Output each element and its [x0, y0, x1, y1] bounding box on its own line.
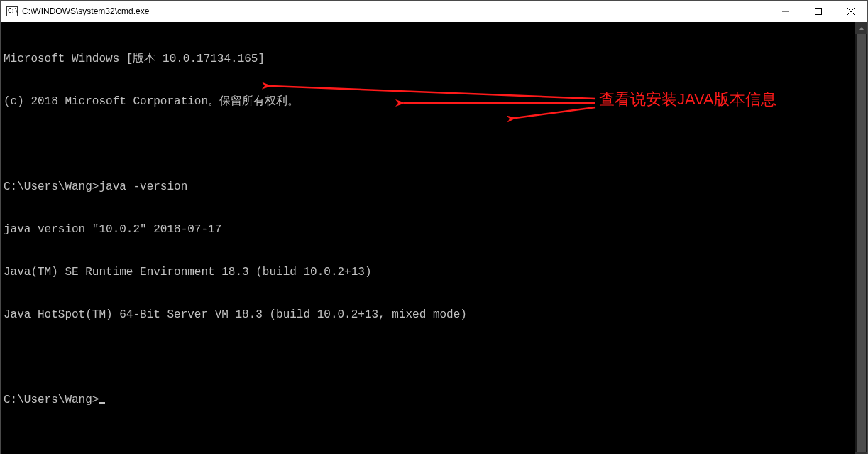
scroll-track[interactable]: [855, 34, 867, 452]
output-line: java version "10.0.2" 2018-07-17: [4, 222, 855, 237]
chevron-up-icon: [859, 26, 864, 31]
cursor: [99, 402, 105, 404]
annotation-arrow: [1, 22, 857, 454]
close-icon: [847, 8, 855, 15]
output-line: C:\Users\Wang>java -version: [4, 180, 855, 194]
output-line: (c) 2018 Microsoft Corporation。保留所有权利。: [4, 94, 855, 109]
close-button[interactable]: [835, 1, 867, 22]
prompt-text: C:\Users\Wang>: [4, 394, 99, 406]
output-line: Java HotSpot(TM) 64-Bit Server VM 18.3 (…: [4, 308, 855, 322]
vertical-scrollbar[interactable]: [855, 22, 867, 454]
annotation-layer: 查看说安装JAVA版本信息: [1, 22, 855, 454]
output-line: [4, 137, 855, 151]
maximize-icon: [815, 8, 822, 15]
window-title: C:\WINDOWS\system32\cmd.exe: [22, 6, 149, 16]
client-area: Microsoft Windows [版本 10.0.17134.165] (c…: [1, 22, 867, 454]
svg-line-6: [515, 107, 595, 118]
scroll-up-button[interactable]: [855, 22, 867, 34]
output-line: [4, 350, 855, 364]
cmd-window: C:\ C:\WINDOWS\system32\cmd.exe Microsof…: [0, 0, 868, 454]
minimize-icon: [782, 8, 789, 15]
cmd-icon: C:\: [6, 6, 18, 16]
output-line: Microsoft Windows [版本 10.0.17134.165]: [4, 52, 855, 66]
scroll-thumb[interactable]: [857, 34, 866, 452]
terminal-output[interactable]: Microsoft Windows [版本 10.0.17134.165] (c…: [1, 22, 855, 454]
prompt-line: C:\Users\Wang>: [4, 393, 855, 407]
minimize-button[interactable]: [769, 1, 802, 22]
output-line: Java(TM) SE Runtime Environment 18.3 (bu…: [4, 265, 855, 279]
maximize-button[interactable]: [802, 1, 835, 22]
titlebar[interactable]: C:\ C:\WINDOWS\system32\cmd.exe: [1, 1, 867, 22]
svg-rect-1: [815, 9, 822, 15]
